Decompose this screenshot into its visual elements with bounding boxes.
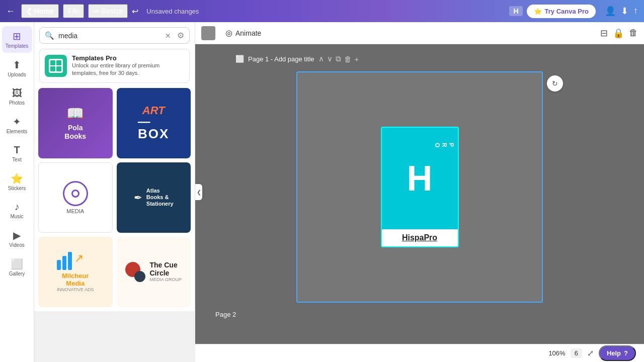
page-count-badge: 6 [571, 348, 582, 358]
cue-name-label: The CueCircle [149, 261, 182, 277]
pola-books-content: 📖 PolaBooks [64, 105, 86, 141]
search-input[interactable] [58, 32, 161, 40]
media-circle-icon [63, 181, 88, 206]
sidebar-item-stickers[interactable]: ⭐ Stickers [2, 168, 32, 195]
cue-circles-icon [125, 262, 145, 282]
sidebar-item-elements[interactable]: ✦ Elements [2, 112, 32, 138]
stickers-label: Stickers [8, 186, 26, 191]
unsaved-changes-label: Unsaved changes [146, 8, 199, 15]
chevron-left-icon: ❮ [26, 7, 32, 15]
hispapro-bottom-section: HispaPro [382, 229, 458, 246]
refresh-button[interactable]: ↻ [547, 75, 563, 92]
resize-button[interactable]: ⇔ Resize [88, 4, 128, 18]
chevron-down-icon[interactable]: ∨ [327, 54, 333, 63]
sidebar-item-templates[interactable]: ⊞ Templates [2, 26, 32, 53]
book-icon: 📖 [64, 105, 86, 122]
page2-label: Page 2 [215, 311, 236, 318]
pro-banner[interactable]: Templates Pro Unlock our entire library … [39, 49, 190, 83]
template-card-atlas-books[interactable]: ✒ AtlasBooks &Stationery [117, 162, 191, 233]
hispapro-top-section: H P R O [382, 128, 458, 229]
pola-books-label: PolaBooks [64, 124, 86, 141]
videos-label: Videos [9, 242, 24, 248]
template-card-media-circle[interactable]: MEDIA [38, 162, 113, 233]
download-icon[interactable]: ⬇ [621, 6, 628, 17]
sidebar-item-gallery[interactable]: ⬜ Gallery [2, 254, 32, 281]
template-card-art-box[interactable]: ART ━━━ BOX [117, 88, 191, 158]
home-button[interactable]: ❮ Home [21, 4, 59, 18]
share-icon[interactable]: 👤 [605, 6, 616, 17]
page-container: ⬜ Page 1 - Add page title ∧ ∨ ⧉ 🗑 + ↻ [195, 44, 644, 344]
help-label: Help [607, 349, 621, 357]
add-page-icon[interactable]: + [355, 55, 359, 63]
help-button[interactable]: Help ? [599, 345, 636, 361]
color-swatch[interactable] [201, 26, 215, 40]
panel-toggle-button[interactable]: ❮ [195, 184, 202, 200]
lock-icon[interactable]: 🔒 [613, 28, 624, 39]
milcheur-sub-label: INNOVATIVE ADS [57, 287, 94, 292]
videos-icon: ▶ [13, 229, 21, 241]
animate-icon: ◎ [225, 28, 232, 38]
pro-logo [45, 55, 67, 77]
pro-r: R [441, 143, 448, 148]
file-button[interactable]: File [63, 4, 85, 18]
publish-icon[interactable]: ↑ [633, 6, 638, 17]
photos-label: Photos [9, 100, 25, 106]
hispapro-pro-label: P R O [434, 143, 455, 148]
template-card-milcheur-media[interactable]: ↗ MilcheurMedia INNOVATIVE ADS [38, 237, 113, 307]
page1-title[interactable]: Page 1 - Add page title [248, 55, 314, 63]
templates-label: Templates [6, 43, 29, 49]
pro-logo-sq2 [56, 60, 61, 65]
delete-page-icon[interactable]: 🗑 [344, 55, 352, 63]
status-bar: 106% 6 ⤢ Help ? [195, 344, 644, 362]
arrow-up-icon: ↗ [74, 252, 84, 265]
duplicate-page-icon[interactable]: ⧉ [336, 54, 341, 63]
hispapro-card[interactable]: H P R O HispaPro [381, 127, 459, 247]
cue-circle-content: The CueCircle MEDIA GROUP [125, 261, 182, 282]
template-card-cue-circle[interactable]: The CueCircle MEDIA GROUP [117, 237, 191, 307]
bar3 [68, 252, 72, 270]
pro-banner-text: Templates Pro Unlock our entire library … [72, 54, 184, 77]
gallery-icon: ⬜ [11, 258, 23, 270]
template-card-pola-books[interactable]: 📖 PolaBooks [38, 88, 113, 158]
animate-button[interactable]: ◎ Animate [221, 26, 265, 40]
atlas-name-label: AtlasBooks &Stationery [146, 188, 174, 208]
media-circle-inner [71, 190, 79, 198]
pro-p: P [448, 143, 455, 148]
sidebar-item-music[interactable]: ♪ Music [2, 197, 32, 223]
try-pro-label: Try Canva Pro [545, 8, 589, 15]
music-icon: ♪ [15, 201, 20, 213]
chevron-left-icon: ❮ [197, 189, 201, 196]
zoom-level: 106% [548, 349, 565, 357]
sidebar-item-videos[interactable]: ▶ Videos [2, 225, 32, 252]
page1-header: ⬜ Page 1 - Add page title ∧ ∨ ⧉ 🗑 + [235, 54, 359, 63]
try-canva-pro-button[interactable]: ⭐ Try Canva Pro [527, 5, 596, 18]
text-icon: T [14, 144, 20, 156]
back-button[interactable]: ← [6, 6, 15, 17]
search-filter-icon[interactable]: ⚙ [177, 31, 184, 40]
stickers-icon: ⭐ [11, 172, 23, 185]
delete-icon[interactable]: 🗑 [629, 28, 638, 38]
undo-button[interactable]: ↩ [132, 7, 138, 16]
sidebar-item-text[interactable]: T Text [2, 140, 32, 166]
fullscreen-button[interactable]: ⤢ [587, 348, 594, 358]
pro-logo-sq3 [50, 66, 55, 71]
pro-banner-title: Templates Pro [72, 54, 184, 62]
pro-logo-inner [49, 59, 63, 73]
atlas-content: ✒ AtlasBooks &Stationery [134, 188, 174, 208]
sidebar-item-uploads[interactable]: ⬆ Uploads [2, 55, 32, 81]
animate-label: Animate [235, 29, 261, 37]
canvas-page[interactable]: ↻ H P R O HispaPro [296, 71, 543, 303]
file-label: File [68, 7, 79, 15]
share-settings-icon[interactable]: ⊟ [600, 28, 608, 39]
chevron-up-icon[interactable]: ∧ [318, 54, 324, 63]
cue-sub-label: MEDIA GROUP [149, 277, 182, 282]
pro-logo-sq4 [56, 66, 61, 71]
art-box-content: ART ━━━ BOX [138, 104, 169, 142]
sidebar-item-photos[interactable]: 🖼 Photos [2, 83, 32, 110]
pro-o: O [434, 143, 441, 148]
media-circle-content: MEDIA [63, 181, 88, 214]
canvas-toolbar-right: ⊟ 🔒 🗑 [600, 28, 638, 39]
search-icon: 🔍 [45, 31, 54, 40]
photos-icon: 🖼 [12, 87, 22, 99]
search-clear-icon[interactable]: ✕ [165, 32, 171, 40]
